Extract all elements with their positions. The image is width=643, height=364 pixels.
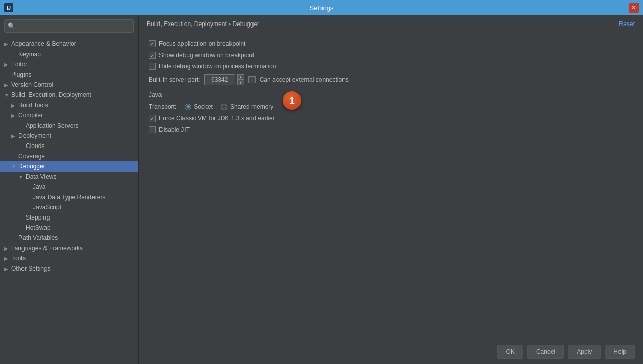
help-button[interactable]: Help (605, 345, 635, 359)
checkbox-focus-app[interactable] (149, 40, 156, 47)
transport-label: Transport: (149, 103, 176, 110)
arrow-icon (4, 92, 11, 98)
sidebar-item-label: Clouds (26, 142, 44, 150)
sidebar-item-deployment[interactable]: Deployment (0, 131, 138, 141)
radio-option-shared-memory[interactable]: Shared memory (221, 103, 273, 110)
sidebar-item-label: Version Control (11, 81, 53, 88)
radio-option-socket[interactable]: Socket (185, 103, 213, 110)
sidebar-item-label: JavaScript (33, 204, 61, 211)
checkbox-hide-debug[interactable] (149, 63, 156, 70)
option-label-focus-app: Focus application on breakpoint (159, 40, 245, 47)
content-body: Focus application on breakpoint Show deb… (139, 32, 643, 339)
sidebar-item-languages-frameworks[interactable]: Languages & Frameworks (0, 243, 138, 253)
radio-shared-memory[interactable] (221, 104, 227, 110)
arrow-icon (11, 164, 18, 169)
option-label-force-classic: Force Classic VM for JDK 1.3.x and earli… (159, 115, 275, 122)
option-label-disable-jit: Disable JIT (159, 126, 190, 133)
spinner-up[interactable]: ▲ (237, 74, 244, 80)
sidebar-item-javascript[interactable]: JavaScript (0, 202, 138, 212)
sidebar-item-appearance-behavior[interactable]: Appearance & Behavior (0, 39, 138, 49)
option-label-show-debug: Show debug window on breakpoint (159, 52, 254, 59)
transport-row: Transport: Socket Shared memory 1 (149, 103, 633, 111)
option-row-show-debug: Show debug window on breakpoint (149, 52, 633, 59)
sidebar-item-java[interactable]: Java (0, 182, 138, 192)
sidebar-item-debugger[interactable]: Debugger (0, 161, 138, 172)
java-section-title: Java (149, 91, 162, 99)
sidebar-item-clouds[interactable]: Clouds (0, 141, 138, 151)
sidebar-item-label: Compiler (18, 112, 43, 119)
sidebar-item-label: Java Data Type Renderers (33, 193, 106, 201)
sidebar-item-label: Stepping (26, 214, 50, 221)
arrow-icon (4, 41, 11, 47)
sidebar-item-label: Debugger (18, 163, 45, 170)
option-row-focus-app: Focus application on breakpoint (149, 40, 633, 47)
sidebar-item-label: Plugins (11, 71, 31, 78)
ok-button[interactable]: OK (497, 345, 523, 359)
arrow-icon (4, 62, 11, 67)
checkbox-disable-jit[interactable] (149, 126, 156, 133)
arrow-icon (4, 246, 11, 251)
sidebar-item-other-settings[interactable]: Other Settings (0, 263, 138, 274)
sidebar-item-label: Application Servers (26, 122, 78, 129)
content-panel: Build, Execution, Deployment › Debugger … (139, 15, 643, 364)
can-accept-label: Can accept external connections (260, 76, 349, 83)
nav-tree: Appearance & Behavior KeymapEditor Plugi… (0, 37, 138, 364)
radio-label-socket: Socket (194, 103, 213, 110)
main-layout: 🔍 Appearance & Behavior KeymapEditor Plu… (0, 15, 643, 364)
radio-label-shared-memory: Shared memory (230, 103, 273, 110)
search-box[interactable]: 🔍 (4, 19, 134, 33)
sidebar-item-java-data-type-renderers[interactable]: Java Data Type Renderers (0, 192, 138, 202)
spinner-down[interactable]: ▼ (237, 80, 244, 85)
sidebar-item-tools[interactable]: Tools (0, 253, 138, 263)
cancel-button[interactable]: Cancel (527, 345, 564, 359)
close-button[interactable]: ✕ (629, 3, 639, 13)
option-label-hide-debug: Hide debug window on process termination (159, 63, 276, 70)
title-bar: IJ Settings ✕ (0, 0, 643, 15)
sidebar-item-label: Appearance & Behavior (11, 40, 76, 47)
badge-container: 1 (281, 103, 306, 111)
sidebar-item-label: Java (33, 183, 45, 190)
sidebar-item-plugins[interactable]: Plugins (0, 69, 138, 80)
arrow-icon (4, 82, 11, 88)
sidebar-item-editor[interactable]: Editor (0, 59, 138, 69)
sidebar-item-keymap[interactable]: Keymap (0, 49, 138, 59)
checkbox-show-debug[interactable] (149, 52, 156, 59)
sidebar-item-coverage[interactable]: Coverage (0, 151, 138, 161)
checkbox-force-classic[interactable] (149, 115, 156, 122)
sidebar-item-label: Data Views (26, 173, 56, 180)
badge-1: 1 (283, 91, 301, 110)
content-header: Build, Execution, Deployment › Debugger … (139, 15, 643, 32)
sidebar-item-compiler[interactable]: Compiler (0, 110, 138, 120)
sidebar-item-build-execution[interactable]: Build, Execution, Deployment (0, 90, 138, 100)
java-section-divider: Java (149, 91, 633, 99)
sidebar-item-version-control[interactable]: Version Control (0, 80, 138, 90)
sidebar-item-data-views[interactable]: Data Views (0, 172, 138, 182)
button-bar: OK Cancel Apply Help (139, 339, 643, 364)
arrow-icon (4, 256, 11, 261)
sidebar-item-build-tools[interactable]: Build Tools (0, 100, 138, 110)
app-logo: IJ (4, 3, 13, 12)
arrow-icon (4, 266, 11, 272)
section-line (166, 95, 633, 95)
port-input[interactable] (204, 74, 235, 85)
reset-link[interactable]: Reset (619, 20, 635, 28)
checkbox-can-accept[interactable] (248, 76, 256, 83)
sidebar-item-application-servers[interactable]: Application Servers (0, 120, 138, 131)
arrow-icon (11, 133, 18, 139)
sidebar-item-stepping[interactable]: Stepping (0, 212, 138, 223)
sidebar-item-label: Deployment (18, 132, 51, 139)
sidebar-item-path-variables[interactable]: Path Variables (0, 233, 138, 243)
sidebar-item-hotswap[interactable]: HotSwap (0, 223, 138, 233)
sidebar-item-label: Languages & Frameworks (11, 245, 83, 252)
search-input[interactable] (18, 22, 130, 30)
search-icon: 🔍 (8, 22, 15, 30)
sidebar-item-label: HotSwap (26, 224, 51, 231)
arrow-icon (11, 113, 18, 118)
apply-button[interactable]: Apply (568, 345, 601, 359)
sidebar-item-label: Build, Execution, Deployment (11, 91, 91, 99)
window-title: Settings (310, 4, 334, 12)
sidebar-item-label: Tools (11, 255, 26, 262)
sidebar: 🔍 Appearance & Behavior KeymapEditor Plu… (0, 15, 139, 364)
option-row-force-classic: Force Classic VM for JDK 1.3.x and earli… (149, 115, 633, 122)
radio-socket[interactable] (185, 104, 191, 110)
